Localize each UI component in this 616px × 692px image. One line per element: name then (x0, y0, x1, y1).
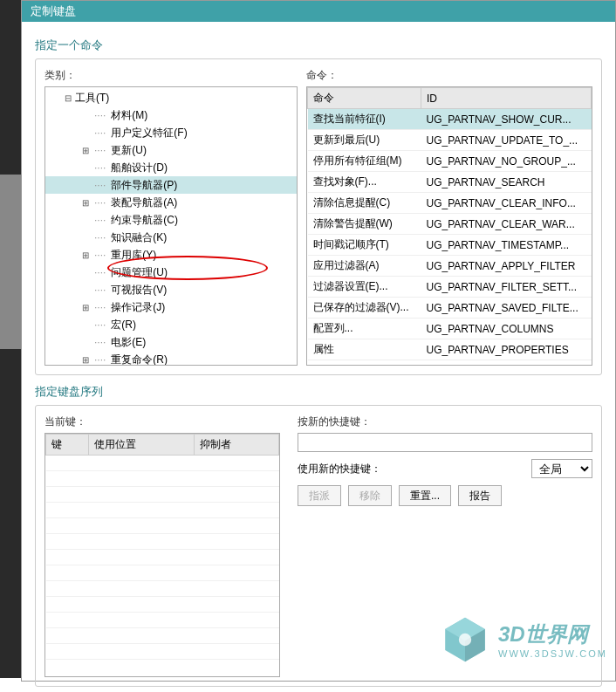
tree-item[interactable]: ····船舶设计(D) (45, 159, 297, 176)
use-new-label: 使用新的快捷键： (298, 462, 524, 476)
reset-button[interactable]: 重置... (399, 485, 451, 506)
command-row[interactable]: 过滤器设置(E)...UG_PARTNAV_FILTER_SETT... (308, 277, 592, 298)
tree-item[interactable]: ⊞····操作记录(J) (45, 298, 297, 316)
sequence-panel: 当前键： 键 使用位置 抑制者 (35, 405, 602, 687)
tree-item[interactable]: ····约束导航器(C) (45, 211, 297, 229)
cmd-header-id[interactable]: ID (421, 88, 592, 109)
tree-item[interactable]: ····问题管理(U) (45, 264, 297, 281)
tree-item[interactable]: ⊞····重复命令(R) (45, 351, 297, 366)
dialog-title: 定制键盘 (22, 1, 615, 22)
remove-button[interactable]: 移除 (348, 485, 392, 506)
tree-item[interactable]: ····材料(M) (45, 106, 297, 124)
tree-item[interactable]: ····可视报告(V) (45, 281, 297, 298)
command-row[interactable]: 配置列...UG_PARTNAV_COLUMNS (308, 319, 592, 339)
expand-icon[interactable]: ⊞ (80, 355, 91, 365)
report-button[interactable]: 报告 (458, 485, 502, 506)
command-row[interactable]: 应用过滤器(A)UG_PARTNAV_APPLY_FILTER (308, 256, 592, 277)
command-row[interactable]: 属性UG_PARTNAV_PROPERTIES (308, 339, 592, 360)
expand-icon[interactable]: ⊞ (80, 250, 91, 260)
section-sequence: 指定键盘序列 (35, 384, 602, 400)
seq-header-key[interactable]: 键 (46, 435, 89, 456)
command-row[interactable]: 清除信息提醒(C)UG_PARTNAV_CLEAR_INFO... (308, 193, 592, 214)
command-row[interactable]: 清除警告提醒(W)UG_PARTNAV_CLEAR_WAR... (308, 214, 592, 235)
collapse-icon[interactable]: ⊟ (63, 93, 73, 103)
tree-item[interactable]: ⊞····装配导航器(A) (45, 194, 297, 211)
press-new-label: 按新的快捷键： (298, 415, 592, 429)
assign-command-panel: 类别： ⊟工具(T)····材料(M)····用户定义特征(F)⊞····更新(… (35, 58, 602, 375)
tree-item[interactable]: ····宏(R) (45, 316, 297, 333)
command-row[interactable]: 停用所有特征组(M)UG_PARTNAV_NO_GROUP_... (308, 151, 592, 172)
seq-header-suppress[interactable]: 抑制者 (195, 435, 279, 456)
command-row[interactable]: 时间戳记顺序(T)UG_PARTNAV_TIMESTAMP... (308, 235, 592, 256)
command-row[interactable]: 导出至浏览器(B)UG_PARTNAV_EXPORT_TO_... (308, 360, 592, 367)
current-keys-label: 当前键： (44, 415, 280, 429)
tree-root[interactable]: ⊟工具(T) (45, 89, 297, 106)
cmd-header-name[interactable]: 命令 (308, 88, 421, 109)
tree-item[interactable]: ⊞····更新(U) (45, 141, 297, 159)
current-keys-table[interactable]: 键 使用位置 抑制者 (44, 433, 280, 677)
command-list[interactable]: 命令 ID 查找当前特征(I)UG_PARTNAV_SHOW_CUR...更新到… (306, 86, 592, 366)
customize-keyboard-dialog: 定制键盘 指定一个命令 类别： ⊟工具(T)····材料(M)····用户定义特… (21, 0, 616, 682)
command-row[interactable]: 更新到最后(U)UG_PARTNAV_UPDATE_TO_... (308, 130, 592, 151)
command-row[interactable]: 查找对象(F)...UG_PARTNAV_SEARCH (308, 172, 592, 193)
section-assign-command: 指定一个命令 (35, 38, 602, 53)
command-row[interactable]: 已保存的过滤器(V)...UG_PARTNAV_SAVED_FILTE... (308, 298, 592, 319)
tree-item[interactable]: ⊞····重用库(Y) (45, 246, 297, 264)
category-label: 类别： (44, 68, 298, 83)
command-label: 命令： (306, 68, 592, 83)
tree-item[interactable]: ····用户定义特征(F) (45, 124, 297, 141)
seq-header-where[interactable]: 使用位置 (89, 435, 195, 456)
tree-item[interactable]: ····电影(E) (45, 333, 297, 351)
command-row[interactable]: 查找当前特征(I)UG_PARTNAV_SHOW_CUR... (308, 109, 592, 130)
expand-icon[interactable]: ⊞ (80, 198, 91, 208)
assign-button[interactable]: 指派 (298, 485, 341, 506)
expand-icon[interactable]: ⊞ (80, 146, 91, 155)
tree-item[interactable]: ····部件导航器(P) (45, 176, 297, 194)
scope-select[interactable]: 全局 (531, 459, 592, 478)
tree-item[interactable]: ····知识融合(K) (45, 229, 297, 246)
new-shortcut-input[interactable] (298, 433, 592, 452)
expand-icon[interactable]: ⊞ (80, 303, 91, 312)
category-tree[interactable]: ⊟工具(T)····材料(M)····用户定义特征(F)⊞····更新(U)··… (44, 86, 298, 366)
